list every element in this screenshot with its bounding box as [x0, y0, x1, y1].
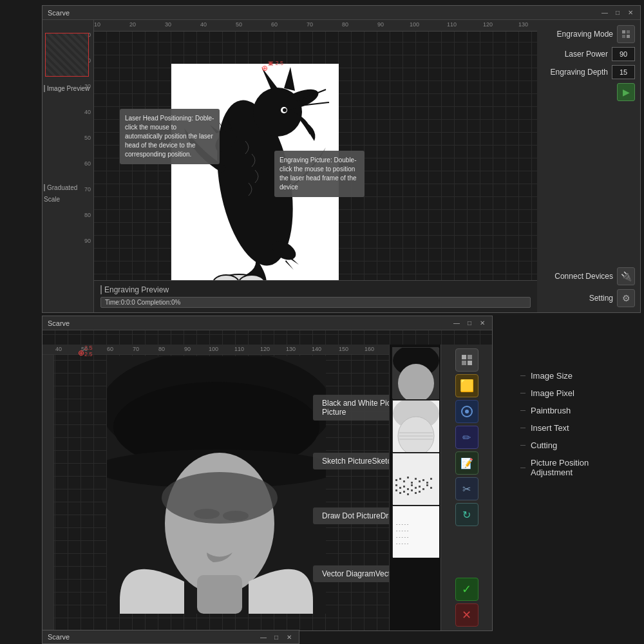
- svg-rect-46: [407, 477, 409, 478]
- svg-point-29: [162, 472, 278, 524]
- laser-power-label: Laser Power: [565, 50, 608, 59]
- svg-rect-64: [399, 492, 401, 494]
- bottom-crosshair: ⊕: [78, 348, 84, 357]
- engraving-mode-row: Engraving Mode: [542, 25, 635, 43]
- image-size-row: Image Size: [520, 371, 639, 381]
- svg-point-31: [194, 509, 220, 519]
- svg-rect-69: [419, 491, 421, 493]
- play-button[interactable]: ▶: [617, 83, 635, 101]
- third-minimize-button[interactable]: —: [259, 632, 268, 641]
- graduated-scale-label: Graduated Scale: [44, 181, 93, 204]
- image-size-button[interactable]: 🟨: [455, 374, 478, 397]
- setting-button[interactable]: ⚙: [617, 289, 635, 307]
- cancel-bottom-button[interactable]: ✕: [455, 603, 478, 627]
- svg-rect-65: [403, 491, 405, 493]
- engraving-depth-label: Engraving Depth: [551, 68, 608, 77]
- picture-position-button[interactable]: ↻: [455, 503, 478, 526]
- svg-rect-22: [622, 35, 625, 38]
- svg-rect-59: [419, 486, 421, 488]
- top-window-title: Scarve: [48, 9, 70, 17]
- thumbnail-item-3[interactable]: [392, 453, 439, 504]
- bottom-titlebar: Scarve — □ ✕: [43, 316, 492, 330]
- engraving-preview-label: Engraving Preview: [100, 285, 531, 294]
- paintbrush-button[interactable]: ✏: [455, 426, 478, 449]
- bottom-horizontal-ruler: 40 50 60 70 80 90 100 110 120 130 140 15…: [43, 345, 440, 355]
- svg-text:- - - - -: - - - - -: [396, 541, 409, 545]
- crosshair-value: ▣ 2.5: [268, 60, 283, 66]
- laser-head-tooltip: Laser Head Positioning: Doble-click the …: [120, 109, 220, 164]
- svg-rect-63: [395, 489, 397, 491]
- svg-rect-45: [403, 480, 405, 482]
- svg-rect-49: [419, 480, 421, 482]
- svg-rect-78: [468, 361, 472, 365]
- time-badge: Time:0:0:0 Completion:0%: [100, 297, 531, 308]
- canvas-area[interactable]: Laser Head Positioning: Doble-click the …: [94, 32, 537, 312]
- svg-rect-62: [430, 487, 432, 489]
- svg-point-38: [398, 417, 434, 452]
- crosshair-icon: ⊕: [261, 64, 268, 73]
- bottom-crosshair-value2: 2.5: [84, 351, 93, 357]
- third-title: Scarve: [48, 633, 70, 641]
- bottom-minimize-button[interactable]: —: [452, 319, 461, 328]
- vertical-ruler: 10 20 30 40 50 60 70 80 90 Image Preview…: [43, 20, 94, 312]
- setting-row: Setting ⚙: [542, 289, 635, 307]
- svg-rect-68: [415, 492, 417, 494]
- close-button[interactable]: ✕: [626, 8, 635, 17]
- svg-rect-55: [403, 486, 405, 488]
- third-maximize-button[interactable]: □: [272, 632, 281, 641]
- thumbnail-item-4[interactable]: - - - - - - - - - - - - - - - - - - - -: [392, 506, 439, 557]
- thumbnail-item-1[interactable]: [392, 347, 439, 399]
- svg-rect-23: [627, 35, 630, 38]
- svg-rect-44: [399, 478, 401, 480]
- minimize-button[interactable]: —: [600, 8, 609, 17]
- image-preview-label: Image Preview: [44, 82, 90, 93]
- svg-rect-67: [411, 489, 413, 491]
- laser-power-input[interactable]: 90: [612, 47, 635, 61]
- connect-devices-button[interactable]: 🔌: [617, 267, 635, 285]
- engraving-mode-button[interactable]: [617, 25, 635, 43]
- svg-rect-47: [411, 482, 413, 484]
- svg-rect-61: [426, 484, 428, 486]
- svg-rect-51: [426, 482, 428, 484]
- image-preview-box: [45, 33, 89, 77]
- right-panel: Image Size Image Pixel Paintbrush Insert…: [515, 316, 644, 631]
- image-pixel-row: Image Pixel: [520, 388, 639, 398]
- bottom-maximize-button[interactable]: □: [465, 319, 474, 328]
- third-close-button[interactable]: ✕: [285, 632, 294, 641]
- svg-point-80: [465, 410, 469, 413]
- woman-svg: [107, 356, 326, 614]
- svg-text:- - - - -: - - - - -: [396, 528, 409, 533]
- connect-devices-row: Connect Devices 🔌: [542, 267, 635, 285]
- thumbnail-item-2[interactable]: [392, 400, 439, 451]
- connect-devices-label: Connect Devices: [554, 272, 613, 281]
- bottom-crosshair-value: 2.5: [84, 345, 93, 351]
- engraving-depth-input[interactable]: 15: [612, 65, 635, 79]
- svg-text:- - - - -: - - - - -: [396, 522, 409, 526]
- confirm-button[interactable]: ✓: [455, 578, 478, 601]
- image-pixel-button[interactable]: [455, 400, 478, 423]
- svg-rect-76: [468, 355, 472, 359]
- svg-rect-60: [422, 488, 424, 490]
- third-titlebar: Scarve — □ ✕: [42, 630, 299, 644]
- top-window: Scarve — □ ✕ 10 20 30 40 50 60 70 80 90 …: [42, 5, 641, 313]
- laser-power-row: Laser Power 90: [542, 47, 635, 61]
- svg-rect-52: [430, 478, 432, 480]
- picture-position-row: Picture PositionAdjustment: [520, 458, 639, 477]
- insert-text-button[interactable]: 📝: [455, 451, 478, 475]
- bottom-close-button[interactable]: ✕: [478, 319, 487, 328]
- bottom-engraving-mode-button[interactable]: [455, 348, 478, 372]
- thumbnail-strip: - - - - - - - - - - - - - - - - - - - -: [389, 345, 440, 630]
- engraving-depth-row: Engraving Depth 15: [542, 65, 635, 79]
- maximize-button[interactable]: □: [613, 8, 622, 17]
- cutting-label: Cutting: [531, 440, 557, 450]
- top-titlebar: Scarve — □ ✕: [43, 6, 640, 20]
- svg-rect-53: [395, 484, 397, 486]
- svg-point-32: [223, 511, 249, 521]
- third-controls: — □ ✕: [259, 632, 294, 641]
- bottom-canvas[interactable]: 40 50 60 70 80 90 100 110 120 130 140 15…: [43, 330, 492, 630]
- svg-rect-43: [395, 479, 397, 481]
- svg-rect-58: [415, 487, 417, 489]
- play-row: ▶: [542, 83, 635, 101]
- svg-rect-48: [415, 478, 417, 480]
- cutting-button[interactable]: ✂: [455, 477, 478, 500]
